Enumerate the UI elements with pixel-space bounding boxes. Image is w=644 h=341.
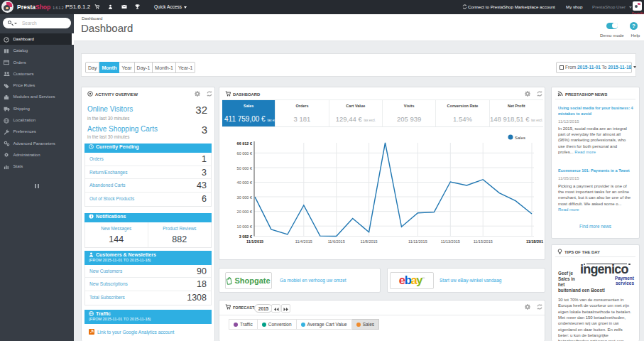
svg-text:11/18/201: 11/18/201 [526, 239, 543, 244]
svg-text:60 000 €: 60 000 € [237, 151, 252, 156]
svg-text:40 000 €: 40 000 € [237, 180, 252, 185]
svg-text:20 000 €: 20 000 € [237, 210, 252, 214]
svg-text:11/13/2015: 11/13/2015 [441, 239, 460, 244]
svg-text:3 082 €: 3 082 € [239, 234, 252, 239]
svg-text:11/6/2015: 11/6/2015 [328, 239, 345, 244]
svg-text:11/1/2015: 11/1/2015 [246, 239, 263, 244]
svg-text:11/15/2015: 11/15/2015 [474, 239, 493, 244]
svg-text:30 000 €: 30 000 € [237, 195, 252, 200]
svg-text:Sales: Sales [515, 136, 525, 140]
svg-text:11/8/2015: 11/8/2015 [361, 239, 378, 244]
svg-text:66 912 €: 66 912 € [237, 141, 252, 146]
svg-text:11/4/2015: 11/4/2015 [295, 239, 312, 244]
svg-text:10 000 €: 10 000 € [237, 224, 252, 229]
svg-text:11/11/2015: 11/11/2015 [408, 239, 427, 244]
svg-text:50 000 €: 50 000 € [237, 166, 252, 170]
